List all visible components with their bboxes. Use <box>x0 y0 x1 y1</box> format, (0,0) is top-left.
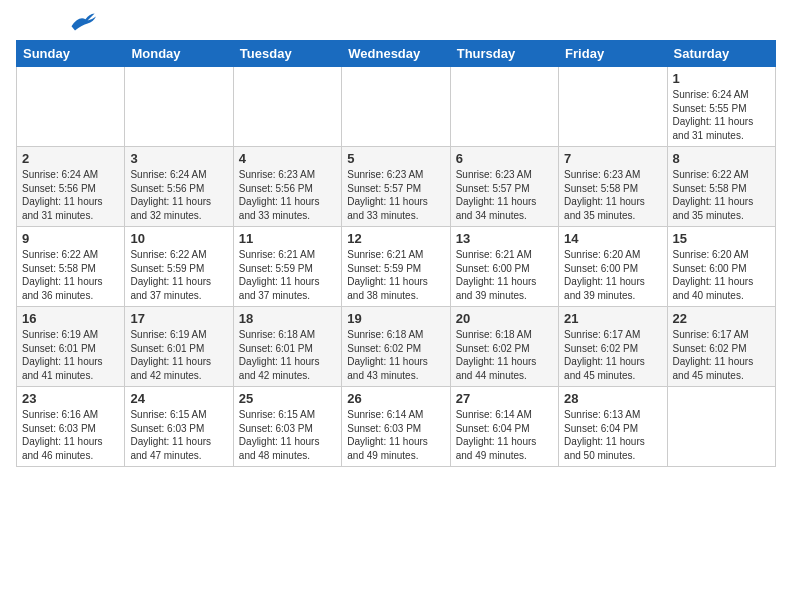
day-number: 9 <box>22 231 119 246</box>
page-header <box>16 16 776 32</box>
calendar-week-5: 23Sunrise: 6:16 AM Sunset: 6:03 PM Dayli… <box>17 387 776 467</box>
day-info: Sunrise: 6:20 AM Sunset: 6:00 PM Dayligh… <box>673 248 770 302</box>
calendar-cell <box>17 67 125 147</box>
day-info: Sunrise: 6:15 AM Sunset: 6:03 PM Dayligh… <box>130 408 227 462</box>
day-info: Sunrise: 6:13 AM Sunset: 6:04 PM Dayligh… <box>564 408 661 462</box>
day-number: 27 <box>456 391 553 406</box>
calendar-cell: 2Sunrise: 6:24 AM Sunset: 5:56 PM Daylig… <box>17 147 125 227</box>
day-info: Sunrise: 6:17 AM Sunset: 6:02 PM Dayligh… <box>673 328 770 382</box>
calendar-week-1: 1Sunrise: 6:24 AM Sunset: 5:55 PM Daylig… <box>17 67 776 147</box>
day-number: 1 <box>673 71 770 86</box>
day-number: 15 <box>673 231 770 246</box>
day-info: Sunrise: 6:22 AM Sunset: 5:59 PM Dayligh… <box>130 248 227 302</box>
day-number: 13 <box>456 231 553 246</box>
calendar-cell: 8Sunrise: 6:22 AM Sunset: 5:58 PM Daylig… <box>667 147 775 227</box>
day-number: 23 <box>22 391 119 406</box>
calendar-cell <box>450 67 558 147</box>
day-number: 8 <box>673 151 770 166</box>
calendar-cell <box>233 67 341 147</box>
calendar-cell <box>125 67 233 147</box>
day-number: 18 <box>239 311 336 326</box>
day-number: 7 <box>564 151 661 166</box>
calendar-cell: 13Sunrise: 6:21 AM Sunset: 6:00 PM Dayli… <box>450 227 558 307</box>
calendar-cell: 26Sunrise: 6:14 AM Sunset: 6:03 PM Dayli… <box>342 387 450 467</box>
calendar-cell: 4Sunrise: 6:23 AM Sunset: 5:56 PM Daylig… <box>233 147 341 227</box>
logo-bird-icon <box>68 12 96 32</box>
calendar-cell <box>342 67 450 147</box>
calendar-cell: 6Sunrise: 6:23 AM Sunset: 5:57 PM Daylig… <box>450 147 558 227</box>
calendar-cell: 21Sunrise: 6:17 AM Sunset: 6:02 PM Dayli… <box>559 307 667 387</box>
day-info: Sunrise: 6:24 AM Sunset: 5:55 PM Dayligh… <box>673 88 770 142</box>
calendar-week-3: 9Sunrise: 6:22 AM Sunset: 5:58 PM Daylig… <box>17 227 776 307</box>
day-number: 24 <box>130 391 227 406</box>
day-number: 25 <box>239 391 336 406</box>
day-info: Sunrise: 6:22 AM Sunset: 5:58 PM Dayligh… <box>673 168 770 222</box>
calendar-cell: 15Sunrise: 6:20 AM Sunset: 6:00 PM Dayli… <box>667 227 775 307</box>
calendar-cell: 25Sunrise: 6:15 AM Sunset: 6:03 PM Dayli… <box>233 387 341 467</box>
calendar-cell: 28Sunrise: 6:13 AM Sunset: 6:04 PM Dayli… <box>559 387 667 467</box>
calendar-cell: 18Sunrise: 6:18 AM Sunset: 6:01 PM Dayli… <box>233 307 341 387</box>
day-info: Sunrise: 6:21 AM Sunset: 6:00 PM Dayligh… <box>456 248 553 302</box>
day-info: Sunrise: 6:23 AM Sunset: 5:57 PM Dayligh… <box>456 168 553 222</box>
day-number: 19 <box>347 311 444 326</box>
day-info: Sunrise: 6:16 AM Sunset: 6:03 PM Dayligh… <box>22 408 119 462</box>
day-info: Sunrise: 6:24 AM Sunset: 5:56 PM Dayligh… <box>22 168 119 222</box>
day-number: 21 <box>564 311 661 326</box>
calendar-cell: 22Sunrise: 6:17 AM Sunset: 6:02 PM Dayli… <box>667 307 775 387</box>
day-info: Sunrise: 6:17 AM Sunset: 6:02 PM Dayligh… <box>564 328 661 382</box>
calendar-table: SundayMondayTuesdayWednesdayThursdayFrid… <box>16 40 776 467</box>
day-number: 11 <box>239 231 336 246</box>
weekday-header-tuesday: Tuesday <box>233 41 341 67</box>
calendar-cell: 1Sunrise: 6:24 AM Sunset: 5:55 PM Daylig… <box>667 67 775 147</box>
day-number: 3 <box>130 151 227 166</box>
calendar-cell: 5Sunrise: 6:23 AM Sunset: 5:57 PM Daylig… <box>342 147 450 227</box>
day-number: 28 <box>564 391 661 406</box>
calendar-cell: 3Sunrise: 6:24 AM Sunset: 5:56 PM Daylig… <box>125 147 233 227</box>
calendar-cell: 27Sunrise: 6:14 AM Sunset: 6:04 PM Dayli… <box>450 387 558 467</box>
day-number: 5 <box>347 151 444 166</box>
weekday-header-friday: Friday <box>559 41 667 67</box>
day-info: Sunrise: 6:23 AM Sunset: 5:58 PM Dayligh… <box>564 168 661 222</box>
calendar-cell: 24Sunrise: 6:15 AM Sunset: 6:03 PM Dayli… <box>125 387 233 467</box>
calendar-week-2: 2Sunrise: 6:24 AM Sunset: 5:56 PM Daylig… <box>17 147 776 227</box>
weekday-header-monday: Monday <box>125 41 233 67</box>
day-info: Sunrise: 6:23 AM Sunset: 5:57 PM Dayligh… <box>347 168 444 222</box>
calendar-cell: 20Sunrise: 6:18 AM Sunset: 6:02 PM Dayli… <box>450 307 558 387</box>
calendar-cell: 17Sunrise: 6:19 AM Sunset: 6:01 PM Dayli… <box>125 307 233 387</box>
weekday-header-sunday: Sunday <box>17 41 125 67</box>
day-info: Sunrise: 6:19 AM Sunset: 6:01 PM Dayligh… <box>22 328 119 382</box>
day-info: Sunrise: 6:19 AM Sunset: 6:01 PM Dayligh… <box>130 328 227 382</box>
day-info: Sunrise: 6:14 AM Sunset: 6:03 PM Dayligh… <box>347 408 444 462</box>
weekday-header-saturday: Saturday <box>667 41 775 67</box>
weekday-header-thursday: Thursday <box>450 41 558 67</box>
calendar-cell: 9Sunrise: 6:22 AM Sunset: 5:58 PM Daylig… <box>17 227 125 307</box>
calendar-cell: 10Sunrise: 6:22 AM Sunset: 5:59 PM Dayli… <box>125 227 233 307</box>
calendar-cell: 23Sunrise: 6:16 AM Sunset: 6:03 PM Dayli… <box>17 387 125 467</box>
weekday-header-wednesday: Wednesday <box>342 41 450 67</box>
calendar-cell: 11Sunrise: 6:21 AM Sunset: 5:59 PM Dayli… <box>233 227 341 307</box>
day-number: 2 <box>22 151 119 166</box>
calendar-cell <box>559 67 667 147</box>
day-info: Sunrise: 6:21 AM Sunset: 5:59 PM Dayligh… <box>239 248 336 302</box>
calendar-cell: 14Sunrise: 6:20 AM Sunset: 6:00 PM Dayli… <box>559 227 667 307</box>
calendar-cell: 19Sunrise: 6:18 AM Sunset: 6:02 PM Dayli… <box>342 307 450 387</box>
day-info: Sunrise: 6:18 AM Sunset: 6:02 PM Dayligh… <box>347 328 444 382</box>
day-number: 26 <box>347 391 444 406</box>
day-info: Sunrise: 6:24 AM Sunset: 5:56 PM Dayligh… <box>130 168 227 222</box>
calendar-cell: 12Sunrise: 6:21 AM Sunset: 5:59 PM Dayli… <box>342 227 450 307</box>
day-number: 10 <box>130 231 227 246</box>
day-number: 14 <box>564 231 661 246</box>
calendar-cell: 7Sunrise: 6:23 AM Sunset: 5:58 PM Daylig… <box>559 147 667 227</box>
day-number: 17 <box>130 311 227 326</box>
calendar-cell: 16Sunrise: 6:19 AM Sunset: 6:01 PM Dayli… <box>17 307 125 387</box>
day-info: Sunrise: 6:15 AM Sunset: 6:03 PM Dayligh… <box>239 408 336 462</box>
day-number: 22 <box>673 311 770 326</box>
calendar-cell <box>667 387 775 467</box>
day-info: Sunrise: 6:18 AM Sunset: 6:02 PM Dayligh… <box>456 328 553 382</box>
day-number: 6 <box>456 151 553 166</box>
logo <box>16 16 96 32</box>
day-info: Sunrise: 6:14 AM Sunset: 6:04 PM Dayligh… <box>456 408 553 462</box>
day-number: 20 <box>456 311 553 326</box>
day-info: Sunrise: 6:18 AM Sunset: 6:01 PM Dayligh… <box>239 328 336 382</box>
day-info: Sunrise: 6:23 AM Sunset: 5:56 PM Dayligh… <box>239 168 336 222</box>
